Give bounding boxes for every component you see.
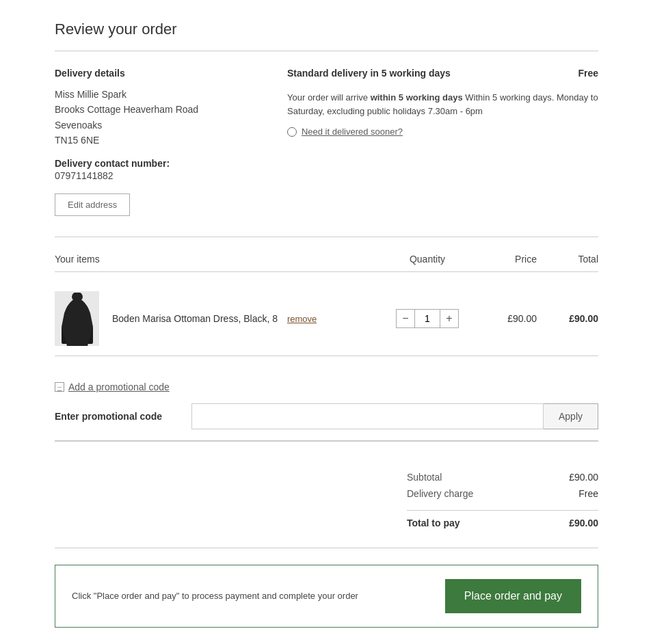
place-order-info: Click "Place order and pay" to process p… (72, 591, 418, 601)
postcode: TN15 6NE (55, 133, 260, 148)
column-header-name: Your items (55, 254, 386, 265)
item-name: Boden Marisa Ottoman Dress, Black, 8 (112, 313, 278, 324)
items-divider (55, 237, 598, 237)
total-value: £90.00 (569, 518, 598, 528)
desc-prefix: Your order will arrive (287, 92, 371, 103)
totals-divider (55, 441, 598, 442)
delivery-option-title: Standard delivery in 5 working days (287, 68, 451, 79)
add-promo-toggle[interactable]: − Add a promotional code (55, 381, 170, 392)
remove-link[interactable]: remove (287, 314, 317, 324)
table-row: Boden Marisa Ottoman Dress, Black, 8 rem… (55, 282, 598, 356)
address-line1: Brooks Cottage Heaverham Road (55, 102, 260, 117)
promo-toggle-icon: − (55, 382, 64, 392)
item-price: £90.00 (468, 313, 537, 324)
subtotal-value: £90.00 (569, 472, 598, 483)
address-block: Miss Millie Spark Brooks Cottage Heaverh… (55, 87, 260, 148)
delivery-sooner-link[interactable]: Need it delivered sooner? (302, 126, 403, 137)
delivery-section: Delivery details Miss Millie Spark Brook… (55, 68, 598, 216)
promo-section: − Add a promotional code Enter promotion… (55, 370, 598, 441)
total-label: Total to pay (407, 518, 460, 528)
clock-icon (287, 127, 297, 137)
edit-address-button[interactable]: Edit address (55, 193, 130, 216)
apply-button[interactable]: Apply (544, 403, 598, 429)
promo-code-input[interactable] (191, 403, 544, 429)
qty-input[interactable] (415, 309, 440, 328)
address-line2: Sevenoaks (55, 118, 260, 133)
delivery-description: Your order will arrive within 5 working … (287, 91, 598, 118)
subtotal-row: Subtotal £90.00 (407, 472, 598, 483)
delivery-charge-label: Delivery charge (407, 488, 473, 499)
items-section: Your items Quantity Price Total (55, 254, 598, 356)
item-qty-col: − + (386, 309, 468, 328)
top-divider (55, 51, 598, 51)
subtotal-label: Subtotal (407, 472, 442, 483)
place-order-section: Click "Place order and pay" to process p… (55, 565, 598, 628)
add-promo-label: Add a promotional code (68, 381, 170, 392)
customer-name: Miss Millie Spark (55, 87, 260, 102)
totals-section: Subtotal £90.00 Delivery charge Free Tot… (55, 458, 598, 548)
item-details: Boden Marisa Ottoman Dress, Black, 8 rem… (112, 313, 386, 324)
column-header-price: Price (468, 254, 537, 265)
delivery-left: Delivery details Miss Millie Spark Brook… (55, 68, 260, 216)
item-total: £90.00 (537, 313, 598, 324)
delivery-right: Standard delivery in 5 working days Free… (287, 68, 598, 216)
delivery-price: Free (578, 68, 598, 79)
qty-increase-button[interactable]: + (440, 309, 459, 328)
item-image (55, 291, 99, 346)
desc-bold: within 5 working days (371, 92, 463, 103)
total-row: Total to pay £90.00 (407, 510, 598, 528)
page-container: Review your order Delivery details Miss … (0, 0, 653, 644)
delivery-label: Delivery details (55, 68, 260, 79)
contact-label: Delivery contact number: (55, 158, 260, 169)
column-header-total: Total (537, 254, 598, 265)
delivery-charge-value: Free (578, 488, 598, 499)
column-header-qty: Quantity (386, 254, 468, 265)
qty-decrease-button[interactable]: − (396, 309, 415, 328)
place-order-button[interactable]: Place order and pay (445, 579, 581, 613)
promo-input-label: Enter promotional code (55, 411, 191, 422)
dress-icon (60, 293, 94, 346)
items-header: Your items Quantity Price Total (55, 254, 598, 272)
item-image-col (55, 291, 103, 346)
contact-number: 07971141882 (55, 170, 260, 181)
page-title: Review your order (55, 21, 598, 38)
delivery-row: Delivery charge Free (407, 488, 598, 499)
promo-input-row: Enter promotional code Apply (55, 403, 598, 429)
